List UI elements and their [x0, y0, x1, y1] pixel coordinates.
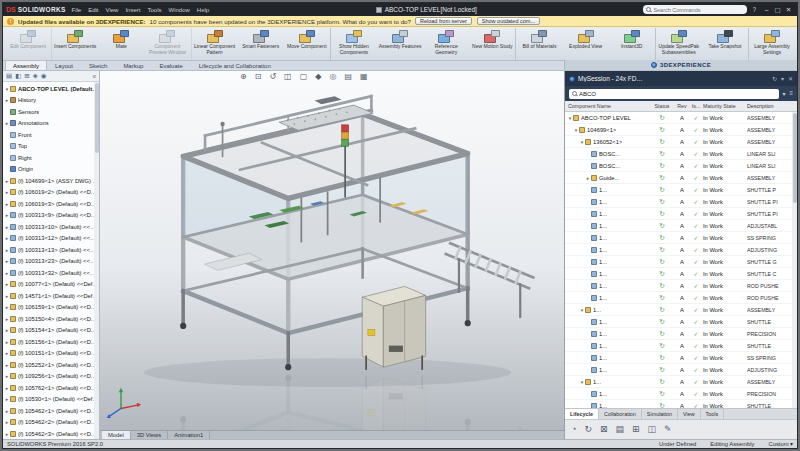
hide-show-items-icon[interactable]: ◎ [329, 73, 336, 81]
previous-view-icon[interactable]: ↺ [269, 73, 276, 81]
collapse-panel-icon[interactable]: « [92, 73, 96, 80]
tree-item[interactable]: ▸ (f) 100313<9> (Default) <<Defa... [4, 210, 99, 222]
component-search[interactable] [569, 89, 779, 99]
tree-item[interactable]: Top [4, 141, 99, 153]
model-tab[interactable]: Animation1 [168, 431, 210, 439]
help-icon[interactable]: ? [752, 6, 756, 13]
tree-item[interactable]: ▸ History [4, 95, 99, 107]
model-tab[interactable]: 3D Views [131, 431, 168, 439]
column-rev[interactable]: Rev [675, 103, 689, 109]
tree-item[interactable]: ▸ (f) 105762<1> (Default) <<Def... [4, 382, 99, 394]
column-is[interactable]: Is... [689, 103, 703, 109]
ribbon-button[interactable]: Linear Component Pattern [192, 28, 238, 60]
revisions-icon[interactable]: ↻ [584, 425, 592, 434]
tree-item[interactable]: ▸ (f) 106019<3> (Default) <<Defa... [4, 198, 99, 210]
compare-icon[interactable]: ◫ [648, 425, 657, 434]
ribbon-tab[interactable]: Sketch [81, 60, 115, 70]
session-tab[interactable]: Tools [701, 409, 725, 419]
ribbon-button[interactable]: Mate [98, 28, 144, 60]
tree-item[interactable]: Right [4, 152, 99, 164]
ribbon-button[interactable]: Large Assembly Settings [749, 28, 795, 60]
component-row[interactable]: 1... ↻ A ✓ In Work SS SPRING [565, 352, 792, 364]
ribbon-button[interactable]: Insert Components [52, 28, 98, 60]
tree-item[interactable]: ▸ (f) 105156<1> (Default) <<Def... [4, 336, 99, 348]
component-row[interactable]: 1... ↻ A ✓ In Work SHUTTLE G [565, 256, 792, 268]
component-row[interactable]: 1... ↻ A ✓ In Work PRECISION [565, 388, 792, 400]
ribbon-button[interactable]: Show Hidden Components [331, 28, 377, 60]
save-icon[interactable] [376, 7, 382, 13]
tree-item[interactable]: ▸ (f) 100313<12> (Default) <<De... [4, 233, 99, 245]
configurationmanager-tab-icon[interactable]: ⊞ [24, 73, 29, 80]
menu-item[interactable]: Insert [125, 7, 140, 13]
panel-close-icon[interactable]: ✕ [788, 75, 793, 82]
tree-item[interactable]: ▸ (f) 105154<1> (Default) <<Def... [4, 325, 99, 337]
menu-item[interactable]: View [106, 7, 119, 13]
ribbon-button[interactable]: Update SpeedPak Subassemblies [656, 28, 702, 60]
component-row[interactable]: 1... ↻ A ✓ In Work ADJUSTABL [565, 220, 792, 232]
tree-item[interactable]: ▸ (f) 106159<1> (Default) <<Def... [4, 302, 99, 314]
close-button[interactable]: ✕ [783, 6, 794, 14]
menu-item[interactable]: Tools [147, 7, 161, 13]
component-row[interactable]: 1... ↻ A ✓ In Work SHUTTLE C [565, 268, 792, 280]
component-row[interactable]: BOSC... ↻ A ✓ In Work LINEAR SLI [565, 160, 792, 172]
tree-item[interactable]: ▸ (f) 100151<1> (Default) <<Def... [4, 348, 99, 360]
component-row[interactable]: BOSC... ↻ A ✓ In Work LINEAR SLI [565, 148, 792, 160]
session-tab[interactable]: Simulation [642, 409, 678, 419]
tree-item[interactable]: ▸ (f) 105462<1> (Default) <<Def... [4, 405, 99, 417]
ribbon-tab[interactable]: Layout [47, 60, 81, 70]
ribbon-tab[interactable]: Assembly [5, 60, 47, 70]
lock-icon[interactable]: ⊠ [600, 425, 608, 434]
component-row[interactable]: 1... ↻ A ✓ In Work ADJUSTING [565, 364, 792, 376]
tree-item[interactable]: ▸ (f) 105150<4> (Default) <<Def... [4, 313, 99, 325]
tree-item[interactable]: ▸ (f) 10530<1> (Default) <<Defa... [4, 394, 99, 406]
ribbon-button[interactable]: Take Snapshot [702, 28, 749, 60]
component-row[interactable]: ▸ Guide... ↻ A ✓ In Work ASSEMBLY [565, 172, 792, 184]
component-row[interactable]: 1... ↻ A ✓ In Work SHUTTLE [565, 316, 792, 328]
new-revision-icon[interactable]: ⊞ [632, 425, 640, 434]
tree-item[interactable]: ▾ ABCO-TOP LEVEL (Default) <<Def [4, 83, 99, 95]
tree-item[interactable]: ▸ Annotations [4, 118, 99, 130]
ribbon-tab[interactable]: Markup [115, 60, 151, 70]
component-row[interactable]: 1... ↻ A ✓ In Work ROD PUSHE [565, 292, 792, 304]
view-settings-icon[interactable]: ▦ [360, 73, 368, 81]
tree-item[interactable]: ▸ (f) 10077<1> (Default) <<Defau... [4, 279, 99, 291]
tab-3dexperience[interactable]: 3DEXPERIENCE [564, 60, 797, 70]
component-row[interactable]: ▾ 1... ↻ A ✓ In Work ASSEMBLY [565, 376, 792, 388]
column-status[interactable]: Status [649, 103, 675, 109]
tree-item[interactable]: ▸ (f) 105462<3> (Default) <<Def... [4, 428, 99, 439]
tree-scrollbar-thumb[interactable] [95, 83, 99, 153]
view-orientation-icon[interactable]: ▢ [300, 73, 308, 81]
search-options-icon[interactable]: ≡ [789, 90, 793, 97]
tree-scrollbar[interactable] [94, 82, 99, 439]
table-scrollbar[interactable] [792, 112, 797, 408]
tree-item[interactable]: ▸ (f) 14571<1> (Default) <<Defau... [4, 290, 99, 302]
edit-appearance-icon[interactable]: ▤ [344, 73, 352, 81]
session-tab[interactable]: Collaboration [599, 409, 642, 419]
displaymanager-tab-icon[interactable]: ◉ [41, 73, 47, 80]
featuremanager-tab-icon[interactable]: ▤ [6, 73, 12, 80]
tree-item[interactable]: ▸ (f) 100313<23> (Default) <<De... [4, 256, 99, 268]
column-maturity-state[interactable]: Maturity State [703, 103, 747, 109]
dimxpert-tab-icon[interactable]: ◈ [33, 73, 38, 80]
ribbon-button[interactable]: Exploded View [563, 28, 609, 60]
menu-item[interactable]: Window [168, 7, 189, 13]
search-filter-icon[interactable]: ▾ [782, 90, 785, 97]
menu-item[interactable]: Edit [88, 7, 98, 13]
component-row[interactable]: 1... ↻ A ✓ In Work PRECISION [565, 328, 792, 340]
propertymanager-tab-icon[interactable]: ◧ [15, 73, 21, 80]
ribbon-button[interactable]: Reference Geometry [423, 28, 469, 60]
ribbon-button[interactable]: Bill of Materials [516, 28, 562, 60]
session-tab[interactable]: Lifecycle [565, 409, 599, 419]
status-item[interactable]: Custom ▾ [769, 441, 794, 447]
component-row[interactable]: 1... ↻ A ✓ In Work SHUTTLE PI [565, 196, 792, 208]
tree-item[interactable]: ▸ (f) 105462<2> (Default) <<Def... [4, 417, 99, 429]
ribbon-button[interactable]: Assembly Features [377, 28, 423, 60]
ribbon-button[interactable]: Component Preview Window [144, 28, 191, 60]
component-row[interactable]: 1... ↻ A ✓ In Work SHUTTLE P [565, 184, 792, 196]
component-row[interactable]: ▾ 104699<1> ↻ A ✓ In Work ASSEMBLY [565, 124, 792, 136]
menu-item[interactable]: File [72, 7, 82, 13]
component-row[interactable]: 1... ↻ A ✓ In Work ADJUSTING [565, 244, 792, 256]
display-style-icon[interactable]: ◆ [315, 73, 321, 81]
ribbon-button[interactable]: Move Component [284, 28, 331, 60]
tree-item[interactable]: ▸ (f) 105252<1> (Default) <<Def... [4, 359, 99, 371]
